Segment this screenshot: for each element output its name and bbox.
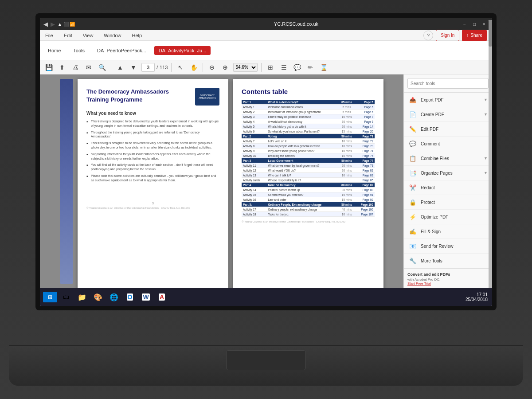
email-tool-btn[interactable]: ✉ xyxy=(83,62,94,73)
row-desc: Local Government xyxy=(266,158,338,163)
taskbar-outlook[interactable]: O xyxy=(123,290,137,304)
nav-back-btn[interactable]: ◀ xyxy=(43,21,48,27)
sidebar-tool-organize-pages[interactable]: 📑 Organize Pages ▼ xyxy=(404,166,492,180)
row-label: Activity 14 xyxy=(242,188,266,192)
tool-label: Optimize PDF xyxy=(421,215,488,219)
row-desc: What's history got to do with it xyxy=(266,124,338,129)
table-row: Activity cards Whose responsibility is i… xyxy=(242,178,375,183)
folder-icon: 📁 xyxy=(78,293,86,301)
menu-file[interactable]: File xyxy=(43,32,55,39)
pdf-viewer[interactable]: The Democracy Ambassadors Training Progr… xyxy=(40,74,403,288)
table-row: Activity 5 What's history got to do with… xyxy=(242,124,375,129)
taskbar-word[interactable]: W xyxy=(139,290,153,304)
page-input[interactable] xyxy=(141,63,155,72)
sidebar-tool-fill-&-sign[interactable]: ✍️ Fill & Sign xyxy=(404,224,492,239)
zoom-out-btn[interactable]: ⊖ xyxy=(207,62,217,73)
taskbar-folder[interactable]: 📁 xyxy=(75,290,89,304)
sidebar-tool-send-for-review[interactable]: 📧 Send for Review xyxy=(404,239,492,254)
laptop-trackpad[interactable] xyxy=(226,350,306,370)
tab-tools[interactable]: Tools xyxy=(69,46,89,55)
sidebar-tool-create-pdf[interactable]: 📄 Create PDF ▼ xyxy=(404,107,492,122)
tab-doc2[interactable]: DA_ActivityPack_Ju... xyxy=(154,46,211,55)
view-mode-btn[interactable]: ☰ xyxy=(278,62,289,73)
row-desc: Political parties match up xyxy=(266,188,338,192)
menu-help[interactable]: Help xyxy=(130,32,144,39)
sidebar-tool-more-tools[interactable]: 🔧 More Tools xyxy=(404,254,492,268)
share-button[interactable]: ↑ Share xyxy=(462,30,487,41)
expand-icon: ▼ xyxy=(484,98,488,102)
print-tool-btn[interactable]: 🖨 xyxy=(70,62,81,73)
taskbar-explorer[interactable]: 🗂 xyxy=(59,290,73,304)
upload-tool-btn[interactable]: ⬆ xyxy=(57,62,67,73)
comment-tool-btn[interactable]: 💬 xyxy=(292,62,302,73)
table-row: Activity 18 Tools for the job. 10 mins P… xyxy=(242,212,375,217)
acrobat-icon: A xyxy=(159,293,165,301)
taskbar-chrome[interactable]: 🌐 xyxy=(107,290,121,304)
highlight-tool-btn[interactable]: ⌛ xyxy=(318,62,329,73)
row-label: Part 1 xyxy=(242,100,266,105)
row-desc: Welcome and Introductions xyxy=(266,105,338,110)
row-page: Page 5 xyxy=(355,100,375,105)
table-row: Activity 6 So what do you know about Par… xyxy=(242,129,375,134)
signin-button[interactable]: Sign In xyxy=(436,30,459,41)
start-button[interactable]: ⊞ xyxy=(43,292,57,302)
next-page-btn[interactable]: ▼ xyxy=(128,62,139,73)
menu-view[interactable]: View xyxy=(81,32,95,39)
row-label: Activity 4 xyxy=(242,119,266,124)
taskbar-paint[interactable]: 🎨 xyxy=(91,290,105,304)
tool-icon: 📑 xyxy=(408,168,417,177)
page-nav: / 113 xyxy=(141,63,168,72)
menu-edit[interactable]: Edit xyxy=(62,32,74,39)
close-btn[interactable]: × xyxy=(480,20,489,28)
page-separator: / xyxy=(156,65,158,70)
row-mins: 10 mins xyxy=(338,173,356,178)
sidebar-tool-export-pdf[interactable]: 📤 Export PDF ▼ xyxy=(404,93,492,107)
sidebar-tool-combine-files[interactable]: 📋 Combine Files ▼ xyxy=(404,151,492,166)
minimize-btn[interactable]: − xyxy=(460,20,469,28)
menu-window[interactable]: Window xyxy=(102,32,123,39)
hand-tool-btn[interactable]: ✋ xyxy=(188,62,199,73)
sidebar-search-input[interactable] xyxy=(407,78,489,89)
tool-icon: 📋 xyxy=(408,154,417,163)
row-mins: 40 mins xyxy=(338,207,356,212)
row-page: Page 72 xyxy=(355,139,375,144)
row-desc: Ordinary People, Extraordinary change xyxy=(266,202,338,207)
tab-doc1[interactable]: DA_PeertoPeerPack... xyxy=(93,46,151,55)
table-row: Activity 14 Political parties match up 3… xyxy=(242,188,375,192)
word-icon: W xyxy=(142,293,149,301)
sidebar-tool-optimize-pdf[interactable]: ⚡ Optimize PDF xyxy=(404,210,492,224)
zoom-select[interactable]: 54.6% 25% 50% 75% 100% 150% 200% xyxy=(233,63,258,72)
sidebar-tool-comment[interactable]: 💬 Comment xyxy=(404,137,492,151)
cursor-tool-btn[interactable]: ↖ xyxy=(175,62,186,73)
bullet-3: This training is designed to be delivere… xyxy=(86,141,219,150)
maximize-btn[interactable]: □ xyxy=(470,20,479,28)
row-mins: 85 mins xyxy=(338,100,356,105)
sidebar-promo-link[interactable]: Start Free Trial xyxy=(407,282,489,286)
tool-icon: 📤 xyxy=(408,95,417,104)
table-row: Activity 12 What would YOU do? 20 mins P… xyxy=(242,168,375,173)
sidebar-tool-protect[interactable]: 🔒 Protect xyxy=(404,195,492,210)
row-label: Activity 3 xyxy=(242,114,266,119)
help-button[interactable]: ? xyxy=(423,31,433,40)
search-tool-btn[interactable]: 🔍 xyxy=(97,62,107,73)
pdf-page-right: Contents table Part 1 What is a democrac… xyxy=(233,79,383,288)
taskbar-acrobat[interactable]: A xyxy=(155,290,169,304)
row-page: Page 92 xyxy=(355,197,375,202)
row-page: Page 6 xyxy=(355,110,375,114)
nav-forward-btn[interactable]: ▶ xyxy=(51,21,55,27)
save-tool-btn[interactable]: 💾 xyxy=(43,62,54,73)
fit-tool-btn[interactable]: ⊞ xyxy=(265,62,276,73)
zoom-in-btn[interactable]: ⊕ xyxy=(220,62,231,73)
tab-home[interactable]: Home xyxy=(43,46,65,55)
row-label: Activity 12 xyxy=(242,168,266,173)
tool-icon: ✏️ xyxy=(408,125,417,133)
row-label: Activity 11 xyxy=(242,163,266,168)
prev-page-btn[interactable]: ▲ xyxy=(115,62,125,73)
sidebar-tool-redact[interactable]: ✂️ Redact xyxy=(404,180,492,195)
draw-tool-btn[interactable]: ✏ xyxy=(305,62,316,73)
tool-label: Comment xyxy=(421,141,488,146)
right-sidebar: 📤 Export PDF ▼ 📄 Create PDF ▼ ✏️ Edit PD… xyxy=(403,74,492,288)
page-total: 113 xyxy=(160,65,168,70)
sidebar-tool-edit-pdf[interactable]: ✏️ Edit PDF xyxy=(404,122,492,137)
row-mins: 60 mins xyxy=(338,183,356,188)
